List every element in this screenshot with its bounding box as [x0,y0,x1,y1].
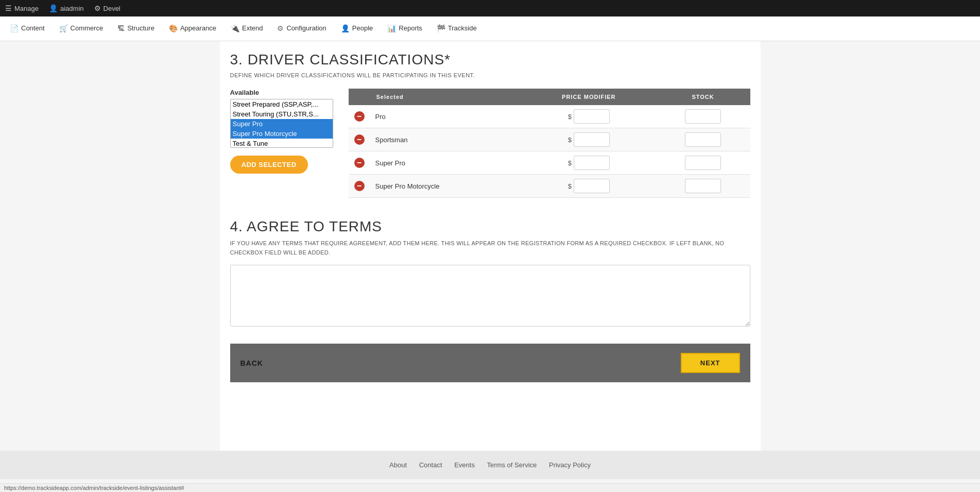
table-row: − Pro $ [349,105,750,128]
nav-reports[interactable]: 📊 Reports [380,16,429,41]
main-content: 3. DRIVER CLASSIFICATIONS* DEFINE WHICH … [220,41,761,451]
manage-menu[interactable]: ☰ Manage [5,4,39,12]
extend-icon: 🔌 [231,24,239,32]
back-button[interactable]: BACK [240,359,263,367]
section-4-subtitle: IF YOU HAVE ANY TERMS THAT REQUIRE AGREE… [230,239,750,257]
remove-button[interactable]: − [354,157,365,168]
table-row: − Super Pro Motorcycle $ [349,175,750,198]
price-symbol: $ [568,136,572,144]
price-cell: $ [522,175,656,198]
list-item[interactable]: Street Prepared (SSP,ASP,... [231,99,333,109]
bottom-nav: BACK NEXT [230,344,750,382]
footer-contact[interactable]: Contact [419,461,442,469]
nav-trackside[interactable]: 🏁 Trackside [429,16,484,41]
selected-table: Selected PRICE MODIFIER STOCK − Pro $ [349,89,750,198]
section-4-title: 4. AGREE TO TERMS [230,218,750,235]
remove-button[interactable]: − [354,180,365,192]
price-cell: $ [522,105,656,128]
stock-cell [656,151,750,175]
remove-icon: − [354,134,365,145]
remove-cell: − [349,128,370,151]
row-name: Super Pro [370,151,522,175]
price-symbol: $ [568,113,572,121]
available-label: Available [230,89,333,96]
table-row: − Super Pro $ [349,151,750,175]
price-input[interactable] [574,179,610,193]
price-input[interactable] [574,132,610,147]
devel-menu[interactable]: ⚙ Devel [94,4,121,12]
nav-structure[interactable]: 🏗 Structure [110,16,162,41]
classifications-container: Available Street Prepared (SSP,ASP,... S… [230,89,750,198]
nav-extend-label: Extend [242,24,263,32]
terms-textarea[interactable] [230,265,750,327]
devel-label: Devel [104,5,121,12]
menu-icon: ☰ [5,4,12,12]
nav-configuration[interactable]: ⚙ Configuration [270,16,333,41]
nav-content[interactable]: 📄 Content [3,16,52,41]
row-name: Pro [370,105,522,128]
price-input[interactable] [574,109,610,124]
nav-appearance[interactable]: 🎨 Appearance [162,16,223,41]
reports-icon: 📊 [387,24,396,32]
user-icon: 👤 [49,4,58,12]
stock-cell [656,128,750,151]
nav-bar: 📄 Content 🛒 Commerce 🏗 Structure 🎨 Appea… [0,16,980,41]
add-selected-button[interactable]: ADD SELECTED [230,156,308,174]
commerce-icon: 🛒 [59,24,68,32]
structure-icon: 🏗 [117,24,125,32]
col-remove [349,89,370,105]
people-icon: 👤 [341,24,350,32]
trackside-icon: 🏁 [437,24,445,32]
table-row: − Sportsman $ [349,128,750,151]
price-symbol: $ [568,182,572,190]
available-panel: Available Street Prepared (SSP,ASP,... S… [230,89,333,198]
price-symbol: $ [568,159,572,167]
footer: About Contact Events Terms of Service Pr… [0,451,980,479]
nav-people[interactable]: 👤 People [334,16,380,41]
nav-reports-label: Reports [399,24,422,32]
section-3: 3. DRIVER CLASSIFICATIONS* DEFINE WHICH … [230,52,750,198]
section-3-subtitle: DEFINE WHICH DRIVER CLASSIFICATIONS WILL… [230,72,750,78]
remove-icon: − [354,111,365,122]
list-item[interactable]: Test & Tune [231,139,333,148]
user-menu[interactable]: 👤 aiadmin [49,4,84,12]
footer-terms[interactable]: Terms of Service [487,461,537,469]
nav-people-label: People [352,24,373,32]
stock-input[interactable] [685,132,721,147]
appearance-icon: 🎨 [169,24,178,32]
stock-input[interactable] [685,156,721,170]
list-item[interactable]: Street Touring (STU,STR,S... [231,109,333,119]
nav-commerce-label: Commerce [71,24,104,32]
footer-privacy[interactable]: Privacy Policy [549,461,591,469]
row-name: Super Pro Motorcycle [370,175,522,198]
price-input[interactable] [574,156,610,170]
nav-config-label: Configuration [286,24,326,32]
nav-extend[interactable]: 🔌 Extend [223,16,270,41]
footer-about[interactable]: About [389,461,407,469]
nav-commerce[interactable]: 🛒 Commerce [52,16,111,41]
col-stock: STOCK [656,89,750,105]
price-cell: $ [522,128,656,151]
list-item[interactable]: Super Pro [231,119,333,129]
section-4: 4. AGREE TO TERMS IF YOU HAVE ANY TERMS … [230,218,750,328]
price-cell: $ [522,151,656,175]
stock-cell [656,175,750,198]
remove-button[interactable]: − [354,111,365,122]
col-selected: Selected [370,89,522,105]
content-icon: 📄 [10,24,19,32]
config-icon: ⚙ [277,24,284,32]
admin-bar: ☰ Manage 👤 aiadmin ⚙ Devel [0,0,980,16]
stock-input[interactable] [685,109,721,124]
stock-input[interactable] [685,179,721,193]
row-name: Sportsman [370,128,522,151]
next-button[interactable]: NEXT [681,353,740,373]
remove-button[interactable]: − [354,134,365,145]
remove-cell: − [349,105,370,128]
available-list[interactable]: Street Prepared (SSP,ASP,... Street Tour… [230,99,333,148]
gear-icon: ⚙ [94,4,101,12]
remove-icon: − [354,158,365,168]
remove-icon: − [354,181,365,191]
footer-events[interactable]: Events [454,461,475,469]
list-item[interactable]: Super Pro Motorcycle [231,129,333,139]
remove-cell: − [349,151,370,175]
